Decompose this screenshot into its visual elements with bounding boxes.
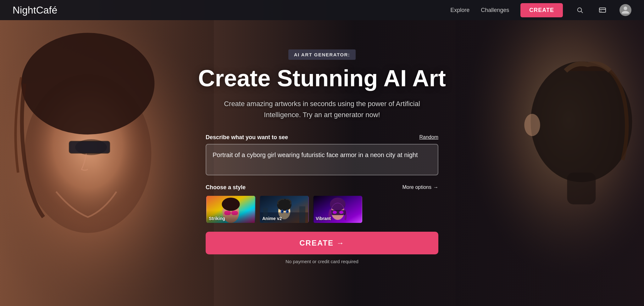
style-card-vibrant[interactable]: Vibrant [313, 195, 363, 224]
svg-rect-2 [599, 8, 606, 12]
svg-point-36 [339, 211, 343, 214]
style-card-anime[interactable]: Anime v2 [259, 195, 309, 224]
creation-form: Describe what you want to see Random Cho… [206, 134, 438, 264]
svg-point-26 [282, 211, 283, 212]
style-card-striking[interactable]: Striking [206, 195, 256, 224]
prompt-label: Describe what you want to see [206, 134, 288, 141]
no-payment-text: No payment or credit card required [206, 259, 438, 264]
svg-point-33 [330, 198, 346, 211]
nav-challenges[interactable]: Challenges [481, 7, 509, 14]
svg-rect-17 [224, 211, 231, 215]
svg-point-0 [578, 8, 582, 12]
nav-create-button[interactable]: CREATE [520, 3, 563, 17]
style-card-vibrant-label: Vibrant [316, 216, 331, 221]
navbar-right: Explore Challenges CREATE [450, 3, 631, 17]
more-options-link[interactable]: More options → [402, 184, 439, 190]
svg-line-1 [581, 11, 583, 13]
style-cards: Striking [206, 195, 438, 224]
prompt-input[interactable] [206, 144, 438, 175]
create-button[interactable]: CREATE → [206, 232, 438, 254]
navbar: NightCafé Explore Challenges CREATE [0, 0, 644, 20]
random-link[interactable]: Random [419, 134, 438, 140]
svg-rect-30 [299, 206, 305, 223]
style-row-header: Choose a style More options → [206, 184, 438, 191]
hero-subtitle: Create amazing artworks in seconds using… [215, 98, 429, 120]
nav-explore[interactable]: Explore [450, 7, 469, 14]
svg-point-27 [287, 211, 288, 212]
svg-rect-3 [600, 11, 602, 11]
style-card-striking-label: Striking [209, 216, 225, 221]
user-avatar[interactable] [619, 4, 631, 16]
style-label: Choose a style [206, 184, 246, 191]
hero-content: AI ART GENERATOR: Create Stunning AI Art… [0, 20, 644, 306]
prompt-label-row: Describe what you want to see Random [206, 134, 438, 141]
style-card-anime-label: Anime v2 [262, 216, 282, 221]
credits-icon[interactable] [597, 4, 608, 16]
search-icon[interactable] [574, 4, 586, 16]
hero-title: Create Stunning AI Art [198, 65, 446, 91]
svg-point-35 [333, 211, 337, 214]
hero-badge: AI ART GENERATOR: [288, 49, 356, 60]
svg-rect-18 [231, 211, 238, 215]
site-logo[interactable]: NightCafé [13, 4, 57, 16]
